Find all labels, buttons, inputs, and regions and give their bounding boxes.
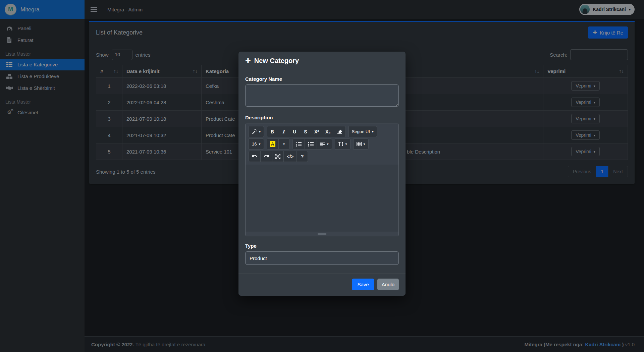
toolbar-row-1: ▾ B I U S X² X₂ (249, 126, 395, 137)
modal-body: Category Name Description ▾ B (238, 70, 406, 265)
fullscreen-icon (275, 154, 280, 159)
unordered-list-icon (308, 142, 314, 146)
description-label: Description (245, 115, 399, 120)
category-name-input[interactable] (245, 84, 399, 107)
editor-toolbar: ▾ B I U S X² X₂ (246, 123, 398, 165)
redo-button[interactable] (260, 151, 272, 162)
caret-down-icon: ▾ (345, 142, 347, 146)
cancel-button[interactable]: Anulo (377, 279, 399, 290)
caret-down-icon: ▾ (259, 142, 260, 146)
strikethrough-button[interactable]: S (300, 126, 311, 137)
modal-footer: Save Anulo (238, 274, 406, 296)
caret-down-icon: ▾ (372, 130, 374, 133)
superscript-button[interactable]: X² (311, 126, 322, 137)
modal-header: ✚ New Category (238, 52, 406, 70)
type-label: Type (245, 243, 399, 249)
modal-title: New Category (254, 57, 299, 65)
category-name-label: Category Name (245, 76, 399, 82)
fullscreen-button[interactable] (272, 151, 284, 162)
toolbar-row-2: 16 ▾ A ▾ (249, 138, 395, 150)
editor-resize-bar[interactable] (246, 232, 398, 236)
type-group: Type (245, 243, 399, 265)
editor-content-area[interactable] (246, 165, 398, 232)
toolbar-row-3: </> ? (249, 151, 395, 162)
ordered-list-button[interactable] (292, 138, 305, 150)
underline-button[interactable]: U (289, 126, 300, 137)
caret-down-icon: ▾ (259, 130, 261, 133)
font-color-icon: A (270, 141, 275, 147)
eraser-icon (337, 129, 342, 134)
rich-text-editor: ▾ B I U S X² X₂ (245, 123, 399, 236)
font-color-dropdown[interactable]: ▾ (278, 138, 290, 150)
save-button[interactable]: Save (352, 279, 374, 290)
undo-icon (252, 154, 257, 159)
redo-icon (264, 154, 269, 159)
line-height-icon (338, 142, 343, 146)
caret-down-icon: ▾ (327, 142, 329, 146)
code-view-button[interactable]: </> (283, 151, 297, 162)
table-grid-icon (357, 142, 362, 146)
font-color-button[interactable]: A (267, 138, 279, 150)
font-size-button[interactable]: 16 ▾ (249, 138, 264, 150)
help-button[interactable]: ? (297, 151, 308, 162)
italic-button[interactable]: I (278, 126, 289, 137)
plus-icon: ✚ (245, 57, 251, 65)
clear-format-button[interactable] (334, 126, 346, 137)
caret-down-icon: ▾ (364, 142, 365, 146)
font-family-button[interactable]: Segoe UI ▾ (348, 126, 377, 137)
unordered-list-button[interactable] (305, 138, 317, 150)
paragraph-align-button[interactable]: ▾ (317, 138, 332, 150)
category-name-group: Category Name (245, 76, 399, 108)
font-family-value: Segoe UI (352, 129, 370, 134)
description-group: Description ▾ B I U (245, 115, 399, 236)
magic-wand-icon (252, 129, 257, 134)
caret-down-icon: ▾ (283, 142, 285, 146)
undo-button[interactable] (249, 151, 261, 162)
subscript-button[interactable]: X₂ (322, 126, 334, 137)
insert-table-button[interactable]: ▾ (353, 138, 369, 150)
new-category-modal: ✚ New Category Category Name Description… (238, 52, 406, 296)
type-select[interactable] (245, 251, 399, 265)
ordered-list-icon (296, 142, 302, 146)
resize-grip-icon (318, 233, 326, 235)
font-size-value: 16 (252, 141, 257, 146)
line-height-button[interactable]: ▾ (335, 138, 351, 150)
bold-button[interactable]: B (267, 126, 278, 137)
style-magic-button[interactable]: ▾ (249, 126, 264, 137)
align-left-icon (320, 142, 325, 146)
